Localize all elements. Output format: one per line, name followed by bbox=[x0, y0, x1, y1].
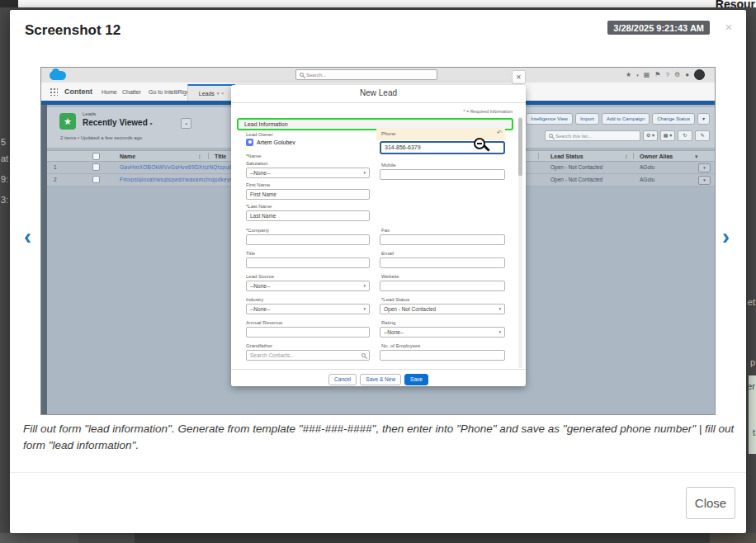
column-title: Title bbox=[215, 153, 226, 159]
app-launcher-icon bbox=[50, 87, 58, 96]
phone-value: 314-856-6379 bbox=[385, 144, 421, 150]
background-right-text: et bbox=[748, 297, 755, 307]
chevron-down-icon: ▾ bbox=[498, 328, 501, 337]
import-button: Import bbox=[575, 113, 599, 125]
list-view-actions: Intelligence View Import Add to Campaign… bbox=[526, 113, 710, 125]
chevron-down-icon: ▾ bbox=[363, 281, 366, 290]
sf-app-name: Content bbox=[64, 87, 92, 96]
dialog-scrollbar bbox=[518, 116, 522, 368]
screenshot-image[interactable]: Search... ★ ▾ ▦ ⚑ ? ⚙ ● Content Home Cha… bbox=[41, 68, 715, 414]
company-label: *Company bbox=[246, 228, 269, 233]
modal-footer-divider bbox=[10, 472, 746, 473]
lead-source-label: Lead Source bbox=[246, 274, 274, 279]
search-icon bbox=[300, 73, 304, 77]
lead-owner-label: Lead Owner bbox=[246, 132, 273, 137]
help-icon: ? bbox=[666, 71, 669, 78]
chevron-down-icon: ▾ bbox=[636, 73, 639, 78]
user-avatar-icon bbox=[246, 139, 253, 146]
edit-pencil-icon: ✎ bbox=[695, 130, 710, 141]
more-actions-chevron-icon: ▾ bbox=[697, 113, 710, 125]
phone-field-highlight bbox=[376, 128, 505, 140]
salutation-label: Salutation bbox=[246, 161, 268, 166]
grandfather-lookup-input: Search Contacts... bbox=[246, 350, 370, 361]
list-search-placeholder: Search this list... bbox=[555, 134, 592, 139]
close-button[interactable]: Close bbox=[686, 487, 735, 519]
last-name-input: Last Name bbox=[246, 210, 370, 221]
scrollbar-thumb bbox=[518, 118, 522, 176]
background-left-text: 5 bbox=[1, 137, 6, 147]
background-left-text: 3: bbox=[1, 195, 8, 205]
row-checkbox bbox=[92, 163, 100, 171]
app-grid-icon: ▦ bbox=[644, 71, 650, 78]
dialog-footer-divider bbox=[231, 369, 526, 370]
background-corner bbox=[0, 0, 18, 7]
refresh-icon: ↻ bbox=[678, 130, 692, 141]
background-left-text: at bbox=[1, 153, 8, 163]
sf-left-edge bbox=[41, 105, 47, 414]
first-name-label: First Name bbox=[246, 182, 270, 187]
entity-label: Leads bbox=[83, 111, 96, 116]
first-name-value: First Name bbox=[250, 191, 276, 197]
grid-icon: ▦ bbox=[664, 133, 669, 138]
last-name-value: Last Name bbox=[250, 213, 276, 219]
row-actions-chevron-icon: ▾ bbox=[698, 163, 711, 172]
select-all-checkbox bbox=[92, 153, 100, 160]
salesforce-logo bbox=[50, 71, 66, 80]
rating-select: --None--▾ bbox=[380, 327, 505, 338]
industry-select: --None--▾ bbox=[246, 304, 370, 314]
row-number: 1 bbox=[54, 164, 57, 170]
salutation-value: --None-- bbox=[250, 170, 270, 176]
fax-label: Fax bbox=[381, 228, 390, 233]
website-input bbox=[380, 281, 505, 291]
favorites-star-icon: ★ bbox=[626, 71, 631, 78]
chevron-down-icon: ▾ bbox=[669, 133, 672, 138]
chevron-down-icon: ▾ bbox=[695, 153, 698, 160]
column-lead-status: Lead Status bbox=[550, 153, 584, 159]
sf-global-header: Search... ★ ▾ ▦ ⚑ ? ⚙ ● bbox=[41, 68, 715, 83]
row-number: 2 bbox=[54, 177, 57, 182]
list-settings-gear-icon: ⚙ ▾ bbox=[643, 130, 658, 141]
dialog-buttons: Cancel Save & New Save bbox=[231, 374, 526, 385]
last-name-label: *Last Name bbox=[246, 204, 272, 209]
company-input bbox=[246, 234, 370, 245]
background-right-text: er bbox=[747, 381, 755, 391]
phone-label: Phone bbox=[381, 131, 395, 136]
chevron-down-icon: ▾ bbox=[498, 305, 501, 314]
title-label: Title bbox=[246, 251, 255, 256]
sf-tab-chatter: Chatter bbox=[122, 89, 141, 95]
lead-status-label: *Lead Status bbox=[381, 297, 409, 302]
intelligence-view-button: Intelligence View bbox=[526, 113, 573, 125]
row-actions-chevron-icon: ▾ bbox=[698, 176, 711, 185]
sort-icon: ↕ bbox=[625, 153, 628, 159]
lead-status-select: Open - Not Contacted▾ bbox=[380, 304, 505, 314]
background-bottom-segment bbox=[78, 533, 135, 543]
background-right-text: p bbox=[750, 357, 755, 367]
list-search-input: Search this list... bbox=[545, 130, 640, 141]
close-icon[interactable]: × bbox=[721, 20, 736, 35]
new-lead-dialog: New Lead * = Required Information Lead I… bbox=[231, 85, 526, 386]
cancel-button: Cancel bbox=[328, 374, 357, 385]
save-and-new-button: Save & New bbox=[360, 374, 401, 385]
salutation-select: --None--▾ bbox=[246, 168, 370, 178]
lead-owner-name: Artem Golubev bbox=[257, 139, 295, 145]
lead-source-select: --None--▾ bbox=[246, 281, 370, 291]
search-icon bbox=[361, 353, 366, 357]
list-view-name-text: Recently Viewed bbox=[83, 118, 148, 127]
sf-global-search-placeholder: Search... bbox=[306, 73, 326, 78]
annual-revenue-input bbox=[246, 327, 370, 338]
add-to-campaign-button: Add to Campaign bbox=[602, 113, 650, 125]
sf-tab-intelliriget: Go to IntelliRiget bbox=[149, 89, 191, 95]
next-chevron-icon[interactable]: › bbox=[722, 226, 730, 248]
background-bottom-segment bbox=[710, 533, 756, 543]
rating-label: Rating bbox=[381, 320, 395, 325]
lead-status-value: Open - Not Contacted bbox=[550, 164, 602, 170]
previous-chevron-icon[interactable]: ‹ bbox=[24, 226, 31, 248]
background-bottom-strip bbox=[0, 533, 756, 543]
website-label: Website bbox=[381, 274, 399, 279]
background-top-text: Resour bbox=[716, 0, 755, 7]
list-view-name: Recently Viewed ▾ bbox=[83, 118, 153, 127]
industry-value: --None-- bbox=[250, 306, 270, 312]
first-name-input: First Name bbox=[246, 189, 370, 200]
list-meta-text: 2 items • Updated a few seconds ago bbox=[60, 135, 142, 140]
mobile-input bbox=[380, 169, 505, 180]
